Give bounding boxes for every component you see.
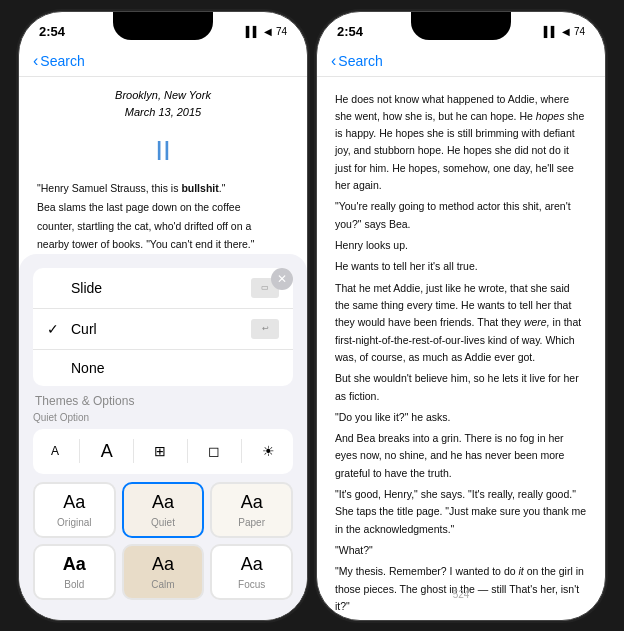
nav-bar-left: ‹ Search [19,48,307,77]
left-phone: 2:54 ▌▌ ◀ 74 ‹ Search Brooklyn, New York… [18,11,308,621]
right-para-9: "It's good, Henry," she says. "It's real… [335,486,587,538]
battery-left: 74 [276,26,287,37]
status-icons-right: ▌▌ ◀ 74 [544,26,585,37]
wifi-icon-right: ◀ [562,26,570,37]
chapter-number: II [37,129,289,172]
note-button[interactable]: ◻ [200,439,228,463]
theme-calm-name: Calm [151,579,174,590]
time-left: 2:54 [39,24,65,39]
divider-3 [187,439,188,463]
theme-original-sample: Aa [63,492,85,513]
font-large-button[interactable]: A [93,437,121,466]
curl-left: ✓ Curl [47,321,97,337]
right-para-10: "What?" [335,542,587,559]
status-bar-left: 2:54 ▌▌ ◀ 74 [19,12,307,48]
status-icons-left: ▌▌ ◀ 74 [246,26,287,37]
transition-section: Slide ▭ ✓ Curl ↩ None [33,268,293,386]
time-right: 2:54 [337,24,363,39]
back-label-right: Search [338,53,382,69]
slide-left: Slide [47,280,102,296]
wifi-icon: ◀ [264,26,272,37]
phones-container: 2:54 ▌▌ ◀ 74 ‹ Search Brooklyn, New York… [18,11,606,621]
theme-focus-sample: Aa [241,554,263,575]
theme-quiet-name: Quiet [151,517,175,528]
none-left: None [47,360,104,376]
divider-2 [133,439,134,463]
right-para-8: And Bea breaks into a grin. There is no … [335,430,587,482]
font-small-button[interactable]: A [43,440,67,462]
divider-1 [79,439,80,463]
nav-bar-right: ‹ Search [317,48,605,77]
status-bar-right: 2:54 ▌▌ ◀ 74 [317,12,605,48]
transition-none[interactable]: None [33,350,293,386]
theme-paper-sample: Aa [241,492,263,513]
none-label: None [71,360,104,376]
curl-label: Curl [71,321,97,337]
theme-calm[interactable]: Aa Calm [122,544,205,600]
back-button-left[interactable]: ‹ Search [33,52,85,70]
theme-focus[interactable]: Aa Focus [210,544,293,600]
transition-curl[interactable]: ✓ Curl ↩ [33,309,293,350]
back-label-left: Search [40,53,84,69]
theme-focus-name: Focus [238,579,265,590]
theme-paper[interactable]: Aa Paper [210,482,293,538]
curl-icon: ↩ [251,319,279,339]
theme-bold[interactable]: Aa Bold [33,544,116,600]
right-para-2: "You're really going to method actor thi… [335,198,587,233]
theme-quiet-sample: Aa [152,492,174,513]
transition-slide[interactable]: Slide ▭ [33,268,293,309]
theme-bold-name: Bold [64,579,84,590]
right-para-4: He wants to tell her it's all true. [335,258,587,275]
book-header: Brooklyn, New YorkMarch 13, 2015 [37,87,289,121]
theme-original-name: Original [57,517,91,528]
theme-paper-name: Paper [238,517,265,528]
close-button[interactable]: ✕ [271,268,293,290]
page-number: 524 [317,589,605,600]
theme-quiet[interactable]: Aa Quiet [122,482,205,538]
brightness-button[interactable]: ☀ [254,439,283,463]
theme-calm-sample: Aa [152,554,174,575]
slide-label: Slide [71,280,102,296]
themes-grid: Aa Original Aa Quiet Aa Paper Aa Bold Aa [33,482,293,600]
theme-bold-sample: Aa [63,554,86,575]
back-arrow-right: ‹ [331,52,336,70]
signal-icon-right: ▌▌ [544,26,558,37]
right-para-6: But she wouldn't believe him, so he lets… [335,370,587,405]
right-para-7: "Do you like it?" he asks. [335,409,587,426]
back-button-right[interactable]: ‹ Search [331,52,383,70]
themes-label: Themes & Options [35,394,291,408]
curl-checkmark: ✓ [47,321,63,337]
battery-right: 74 [574,26,585,37]
overlay-panel: ✕ Slide ▭ ✓ Curl ↩ [19,254,307,620]
font-style-button[interactable]: ⊞ [146,439,174,463]
back-arrow-left: ‹ [33,52,38,70]
divider-4 [241,439,242,463]
right-phone: 2:54 ▌▌ ◀ 74 ‹ Search He does not know w… [316,11,606,621]
signal-icon: ▌▌ [246,26,260,37]
quiet-option-label: Quiet Option [33,412,293,423]
right-para-5: That he met Addie, just like he wrote, t… [335,280,587,367]
right-para-1: He does not know what happened to Addie,… [335,91,587,195]
theme-original[interactable]: Aa Original [33,482,116,538]
reader-toolbar: A A ⊞ ◻ ☀ [33,429,293,474]
right-para-3: Henry looks up. [335,237,587,254]
book-content-right: He does not know what happened to Addie,… [317,77,605,617]
